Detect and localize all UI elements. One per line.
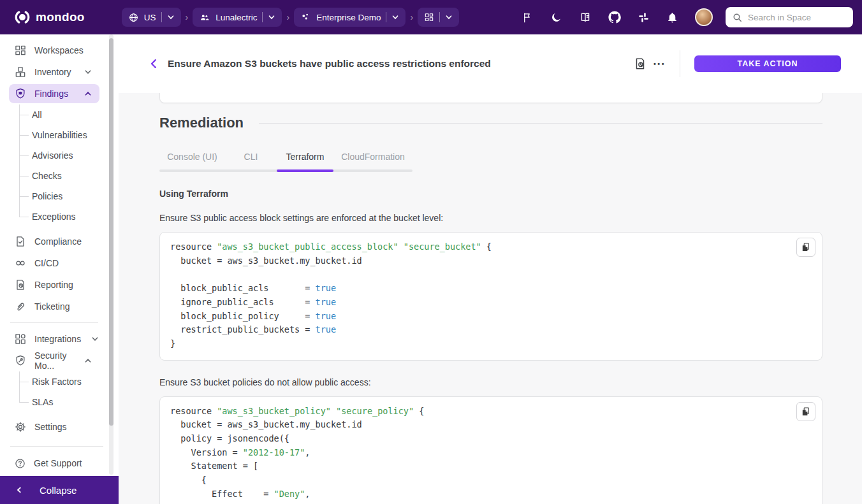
feature-flags-button[interactable] <box>522 11 534 24</box>
sidebar-item-cicd[interactable]: CI/CD <box>9 252 99 274</box>
sidebar: Workspaces Inventory Findings <box>0 34 119 504</box>
sidebar-item-label: Security Mo... <box>34 350 74 371</box>
mondoo-logo[interactable]: mondoo <box>14 9 85 25</box>
sidebar-item-all[interactable]: All <box>32 104 99 125</box>
workspace-selector[interactable] <box>418 8 459 27</box>
space-selector[interactable]: Enterprise Demo <box>294 8 405 27</box>
more-options-button[interactable]: ••• <box>651 56 668 71</box>
organization-label: Lunalectric <box>216 13 257 22</box>
user-avatar[interactable] <box>695 8 713 26</box>
github-button[interactable] <box>608 11 621 24</box>
sidebar-item-vulnerabilities[interactable]: Vulnerabilities <box>32 125 99 145</box>
tab-cloudformation[interactable]: CloudFormation <box>333 147 413 169</box>
main-content: Ensure Amazon S3 buckets have public acc… <box>119 34 862 504</box>
header-actions: ••• TAKE ACTION <box>629 50 841 77</box>
tab-cli[interactable]: CLI <box>225 147 277 169</box>
chevron-up-icon <box>82 90 94 97</box>
get-support-button[interactable]: Get Support <box>0 450 113 476</box>
sidebar-item-label: Integrations <box>34 334 81 344</box>
sidebar-item-advisories[interactable]: Advisories <box>32 145 99 166</box>
page-header: Ensure Amazon S3 buckets have public acc… <box>119 34 862 93</box>
notifications-button[interactable] <box>666 11 678 24</box>
sidebar-divider <box>10 322 98 323</box>
tab-console-ui[interactable]: Console (UI) <box>159 147 225 169</box>
sidebar-item-inventory[interactable]: Inventory <box>9 61 99 83</box>
sidebar-scrollbar-thumb[interactable] <box>109 38 113 426</box>
space-icon <box>300 12 311 23</box>
search-input[interactable] <box>748 13 837 22</box>
chip-divider <box>161 12 162 22</box>
intro-paragraph: Ensure S3 bucket policies do not allow p… <box>159 377 822 387</box>
sidebar-item-ticketing[interactable]: Ticketing <box>9 296 99 317</box>
scroll-area[interactable]: Remediation Console (UI) CLI Terraform C… <box>119 93 862 504</box>
chevron-up-icon <box>82 357 94 364</box>
remediation-heading-row: Remediation <box>159 115 822 131</box>
sidebar-divider <box>10 446 103 447</box>
organization-selector[interactable]: Lunalectric <box>193 8 282 27</box>
moon-icon <box>550 11 562 24</box>
sidebar-item-label: Compliance <box>34 236 82 247</box>
header-divider <box>680 50 680 77</box>
sidebar-item-security-model[interactable]: Security Mo... <box>9 350 99 371</box>
section-heading: Using Terraform <box>159 189 822 199</box>
terraform-code-block-1: resource "aws_s3_bucket_public_access_bl… <box>159 232 822 361</box>
sidebar-item-label: Findings <box>34 89 68 99</box>
docs-button[interactable] <box>579 11 592 24</box>
sidebar-item-label: Workspaces <box>34 45 84 55</box>
flag-icon <box>522 11 534 24</box>
sidebar-item-compliance[interactable]: Compliance <box>9 231 99 252</box>
sidebar-bottom: Get Support <box>0 446 113 476</box>
sidebar-item-settings[interactable]: Settings <box>9 416 99 438</box>
sidebar-item-checks[interactable]: Checks <box>32 166 99 186</box>
sidebar-item-reporting[interactable]: Reporting <box>9 274 99 296</box>
copy-code-button[interactable] <box>796 238 815 257</box>
previous-card-bottom <box>159 93 822 103</box>
sidebar-item-workspaces[interactable]: Workspaces <box>9 40 99 61</box>
findings-subnav: All Vulnerabilities Advisories Checks Po… <box>19 104 99 227</box>
tab-track <box>159 169 413 172</box>
findings-shield-icon <box>14 87 27 100</box>
compliance-icon <box>14 235 27 248</box>
sidebar-item-policies[interactable]: Policies <box>32 186 99 206</box>
dark-mode-button[interactable] <box>550 11 562 24</box>
terraform-code-block-2: resource "aws_s3_bucket_policy" "secure_… <box>159 396 822 504</box>
subnav-label: SLAs <box>32 397 53 407</box>
sidebar-item-exceptions[interactable]: Exceptions <box>32 206 99 227</box>
remediation-heading: Remediation <box>159 115 244 131</box>
ticketing-paperclip-icon <box>14 300 27 313</box>
region-selector[interactable]: US <box>122 8 181 27</box>
copy-code-button[interactable] <box>796 402 815 421</box>
sidebar-item-label: Ticketing <box>34 301 70 312</box>
tab-terraform[interactable]: Terraform <box>277 147 333 169</box>
copy-icon <box>801 407 811 417</box>
sidebar-item-integrations[interactable]: Integrations <box>9 328 99 350</box>
sidebar-item-label: Settings <box>34 422 67 432</box>
back-button[interactable] <box>146 55 163 72</box>
breadcrumb-separator: › <box>410 12 413 22</box>
github-icon <box>608 11 621 24</box>
page-title: Ensure Amazon S3 buckets have public acc… <box>168 58 491 69</box>
intro-paragraph: Ensure S3 public access block settings a… <box>159 213 822 223</box>
cicd-icon <box>14 257 27 270</box>
take-action-button[interactable]: TAKE ACTION <box>694 55 841 72</box>
chip-divider <box>386 12 386 22</box>
slack-button[interactable] <box>638 11 650 24</box>
space-search <box>726 7 853 27</box>
sidebar-item-label: Inventory <box>34 67 71 77</box>
chevron-down-icon[interactable] <box>445 13 453 21</box>
chevron-down-icon[interactable] <box>391 13 399 21</box>
sidebar-item-risk-factors[interactable]: Risk Factors <box>32 371 99 392</box>
sidebar-item-findings[interactable]: Findings <box>9 84 99 103</box>
collapse-sidebar-button[interactable]: Collapse <box>0 476 119 504</box>
chevron-down-icon[interactable] <box>167 13 175 21</box>
chevron-down-icon <box>82 68 94 76</box>
report-document-icon <box>633 57 647 71</box>
sidebar-item-slas[interactable]: SLAs <box>32 392 99 412</box>
space-label: Enterprise Demo <box>316 13 381 22</box>
chevron-down-icon[interactable] <box>268 13 275 21</box>
report-button[interactable] <box>629 53 651 75</box>
heading-rule <box>259 123 822 124</box>
globe-icon <box>128 12 139 23</box>
subnav-label: Checks <box>32 171 62 181</box>
search-icon <box>732 12 743 23</box>
